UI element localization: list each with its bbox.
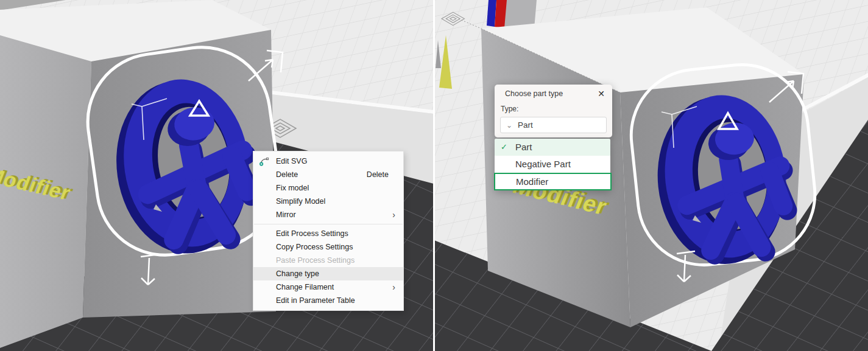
part-type-select[interactable]: ⌄ Part bbox=[500, 117, 607, 133]
check-icon: ✓ bbox=[501, 139, 507, 156]
option-label: Negative Part bbox=[515, 159, 571, 169]
menu-item-mirror[interactable]: Mirror › bbox=[253, 208, 403, 221]
menu-item-edit-process-settings[interactable]: Edit Process Settings bbox=[253, 227, 403, 240]
selected-part-type: Part bbox=[518, 120, 533, 130]
right-viewport-panel: Modifier Modifier Choose part type ✕ Typ… bbox=[434, 0, 868, 351]
menu-item-shortcut: Delete bbox=[367, 168, 389, 181]
slicer-app-screenshot: Modifier Modifier Edit SV bbox=[0, 0, 868, 351]
submenu-arrow-icon: › bbox=[392, 280, 395, 294]
submenu-arrow-icon: › bbox=[392, 208, 395, 221]
option-label: Part bbox=[515, 142, 532, 152]
menu-item-copy-process-settings[interactable]: Copy Process Settings bbox=[253, 240, 403, 254]
panel-divider bbox=[433, 0, 435, 351]
menu-item-delete[interactable]: Delete Delete bbox=[253, 168, 403, 181]
option-negative-part[interactable]: Negative Part bbox=[495, 156, 610, 173]
part-type-option-list: ✓ Part Negative Part Modifier bbox=[495, 139, 610, 189]
menu-item-label: Fix model bbox=[276, 184, 309, 192]
choose-part-type-dialog: Choose part type ✕ Type: ⌄ Part bbox=[495, 85, 612, 137]
close-icon[interactable]: ✕ bbox=[596, 89, 607, 99]
menu-item-paste-process-settings: Paste Process Settings bbox=[253, 254, 403, 267]
option-label: Modifier bbox=[516, 176, 548, 187]
menu-item-change-type[interactable]: Change type bbox=[253, 267, 403, 280]
menu-item-fix-model[interactable]: Fix model bbox=[253, 181, 403, 195]
menu-item-change-filament[interactable]: Change Filament › bbox=[253, 280, 403, 294]
dialog-header: Choose part type ✕ bbox=[500, 85, 607, 102]
edit-svg-icon bbox=[259, 156, 269, 167]
option-part[interactable]: ✓ Part bbox=[495, 139, 610, 156]
dialog-title: Choose part type bbox=[500, 89, 563, 98]
menu-item-label: Simplify Model bbox=[276, 197, 325, 206]
menu-item-label: Copy Process Settings bbox=[276, 243, 353, 251]
menu-item-label: Delete bbox=[276, 170, 298, 179]
context-menu: Edit SVG Delete Delete Fix model Simplif… bbox=[253, 151, 404, 311]
menu-item-label: Change Filament bbox=[276, 283, 334, 291]
type-label: Type: bbox=[501, 105, 607, 113]
left-viewport-panel: Modifier Modifier Edit SV bbox=[0, 0, 434, 351]
menu-separator bbox=[254, 224, 403, 224]
menu-item-edit-svg[interactable]: Edit SVG bbox=[253, 155, 403, 168]
menu-item-label: Edit SVG bbox=[276, 157, 307, 165]
menu-item-label: Edit Process Settings bbox=[276, 229, 348, 238]
menu-item-label: Change type bbox=[276, 269, 319, 278]
menu-item-label: Mirror bbox=[276, 210, 296, 219]
menu-item-edit-in-parameter-table[interactable]: Edit in Parameter Table bbox=[253, 294, 403, 307]
menu-item-label: Paste Process Settings bbox=[276, 256, 355, 265]
menu-item-simplify-model[interactable]: Simplify Model bbox=[253, 195, 403, 208]
chevron-down-icon: ⌄ bbox=[506, 122, 512, 128]
option-modifier[interactable]: Modifier bbox=[494, 173, 612, 190]
menu-item-label: Edit in Parameter Table bbox=[276, 296, 355, 305]
